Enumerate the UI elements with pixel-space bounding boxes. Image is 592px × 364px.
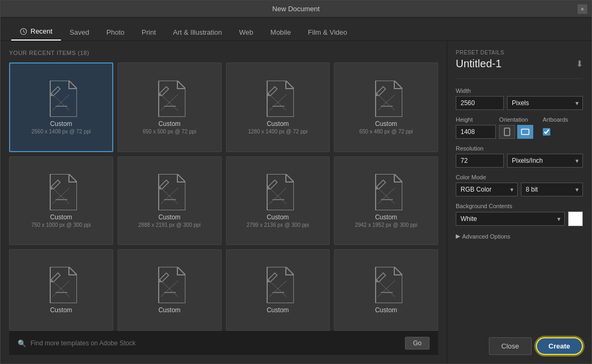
- tab-saved[interactable]: Saved: [61, 24, 98, 41]
- grid-item-6[interactable]: Custom2799 x 2136 px @ 300 ppi: [226, 156, 330, 245]
- color-depth-wrap: 8 bit16 bit32 bit ▼: [521, 183, 583, 196]
- document-icon: [153, 267, 185, 303]
- bg-contents-field-group: Background Contents WhiteBlackBackground…: [456, 203, 583, 226]
- item-size: 650 x 480 px @ 72 ppi: [360, 129, 413, 134]
- grid-item-11[interactable]: Custom: [334, 249, 438, 331]
- svg-marker-9: [159, 81, 185, 117]
- width-input[interactable]: [456, 96, 504, 110]
- color-mode-label: Color Mode: [456, 174, 583, 180]
- tab-photo[interactable]: Photo: [98, 24, 133, 41]
- recent-items-grid: Custom2560 x 1408 px @ 72 ppiCustom650 x…: [9, 62, 438, 331]
- orientation-group: [499, 125, 539, 139]
- orientation-label: Orientation: [499, 116, 539, 123]
- tab-print[interactable]: Print: [133, 24, 165, 41]
- color-mode-select[interactable]: RGB ColorCMYK ColorLab Color: [456, 183, 518, 196]
- download-icon[interactable]: ⬇: [576, 59, 583, 69]
- action-buttons: Close Create: [456, 333, 583, 355]
- color-mode-wrap: RGB ColorCMYK ColorLab Color ▼: [456, 183, 518, 196]
- item-size: 1280 x 1400 px @ 72 ppi: [248, 129, 307, 134]
- document-icon: [153, 81, 185, 117]
- section-title: YOUR RECENT ITEMS (18): [9, 50, 438, 56]
- svg-marker-39: [267, 174, 294, 210]
- grid-item-7[interactable]: Custom2942 x 1952 px @ 300 ppi: [334, 156, 438, 245]
- portrait-button[interactable]: [499, 125, 515, 139]
- grid-item-4[interactable]: Custom750 x 1000 px @ 300 ppi: [9, 156, 113, 245]
- tab-recent[interactable]: Recent: [11, 23, 61, 41]
- item-name: Custom: [375, 306, 397, 314]
- grid-item-3[interactable]: Custom650 x 480 px @ 72 ppi: [334, 62, 438, 152]
- right-panel: PRESET DETAILS Untitled-1 ⬇ Width Pixels…: [447, 41, 591, 363]
- height-label: Height: [456, 116, 496, 123]
- portrait-icon: [503, 128, 511, 136]
- title-bar: New Document ×: [1, 1, 591, 18]
- artboard-checkbox[interactable]: [543, 128, 550, 136]
- search-icon: 🔍: [18, 339, 26, 347]
- document-icon: [370, 174, 402, 210]
- grid-item-1[interactable]: Custom650 x 500 px @ 72 ppi: [118, 62, 222, 152]
- document-icon: [45, 267, 77, 303]
- svg-marker-45: [376, 174, 402, 210]
- color-mode-row: RGB ColorCMYK ColorLab Color ▼ 8 bit16 b…: [456, 183, 583, 196]
- tab-mobile[interactable]: Mobile: [262, 24, 299, 41]
- svg-marker-27: [50, 174, 77, 210]
- preset-header: Untitled-1 ⬇: [456, 58, 583, 70]
- document-icon: [262, 267, 294, 303]
- create-button[interactable]: Create: [536, 337, 583, 355]
- window-close-button[interactable]: ×: [578, 4, 587, 14]
- height-input[interactable]: [456, 125, 496, 139]
- grid-item-0[interactable]: Custom2560 x 1408 px @ 72 ppi: [9, 62, 113, 152]
- item-name: Custom: [158, 306, 180, 314]
- width-label: Width: [456, 88, 583, 94]
- advanced-options-toggle[interactable]: ▶ Advanced Options: [456, 233, 583, 240]
- svg-marker-63: [267, 267, 294, 303]
- width-unit-select[interactable]: PixelsInchesCentimeters: [507, 96, 583, 110]
- dialog-title: New Document: [272, 5, 320, 13]
- grid-item-2[interactable]: Custom1280 x 1400 px @ 72 ppi: [226, 62, 330, 152]
- grid-item-8[interactable]: Custom: [9, 249, 113, 331]
- grid-item-9[interactable]: Custom: [118, 249, 222, 331]
- svg-marker-3: [50, 81, 77, 117]
- divider-1: [456, 78, 583, 79]
- bg-color-swatch[interactable]: [568, 211, 583, 226]
- height-orientation-group: Height Orientation Artboards: [456, 116, 583, 139]
- svg-rect-75: [504, 128, 510, 136]
- artboard-checkbox-wrap: [543, 128, 583, 136]
- document-icon: [45, 174, 77, 210]
- chevron-right-icon: ▶: [456, 233, 460, 240]
- svg-marker-57: [159, 267, 185, 303]
- svg-marker-15: [267, 81, 294, 117]
- bg-contents-row: WhiteBlackBackground ColorTransparent ▼: [456, 211, 583, 226]
- tab-film[interactable]: Film & Video: [299, 24, 355, 41]
- item-name: Custom: [50, 306, 72, 314]
- bg-contents-select[interactable]: WhiteBlackBackground ColorTransparent: [456, 212, 565, 226]
- color-depth-select[interactable]: 8 bit16 bit32 bit: [521, 183, 583, 196]
- hor-labels: Height Orientation Artboards: [456, 116, 583, 125]
- go-button[interactable]: Go: [405, 337, 430, 350]
- item-name: Custom: [158, 213, 180, 221]
- bg-contents-wrap: WhiteBlackBackground ColorTransparent ▼: [456, 212, 565, 226]
- resolution-row: Pixels/InchPixels/Centimeter ▼: [456, 154, 583, 168]
- item-name: Custom: [375, 120, 397, 128]
- svg-marker-33: [159, 174, 185, 210]
- grid-item-10[interactable]: Custom: [226, 249, 330, 331]
- landscape-button[interactable]: [517, 125, 533, 139]
- new-document-dialog: New Document × Recent Saved Photo Print …: [0, 0, 592, 364]
- search-input[interactable]: [30, 339, 401, 347]
- item-size: 750 x 1000 px @ 300 ppi: [32, 222, 91, 228]
- tab-art[interactable]: Art & Illustration: [165, 24, 231, 41]
- grid-item-5[interactable]: Custom2888 x 2191 px @ 300 ppi: [118, 156, 222, 245]
- item-name: Custom: [50, 213, 72, 221]
- resolution-unit-wrap: Pixels/InchPixels/Centimeter ▼: [507, 154, 583, 168]
- bg-contents-label: Background Contents: [456, 203, 583, 209]
- item-name: Custom: [50, 120, 72, 128]
- item-name: Custom: [267, 306, 289, 314]
- item-size: 2560 x 1408 px @ 72 ppi: [32, 129, 91, 134]
- close-button[interactable]: Close: [489, 337, 531, 355]
- item-size: 2799 x 2136 px @ 300 ppi: [246, 222, 309, 228]
- tab-web[interactable]: Web: [231, 24, 262, 41]
- main-content: YOUR RECENT ITEMS (18) Custom2560 x 1408…: [1, 41, 591, 363]
- resolution-input[interactable]: [456, 154, 504, 168]
- resolution-label: Resolution: [456, 145, 583, 152]
- resolution-unit-select[interactable]: Pixels/InchPixels/Centimeter: [507, 154, 583, 168]
- preset-section-label: PRESET DETAILS: [456, 50, 583, 56]
